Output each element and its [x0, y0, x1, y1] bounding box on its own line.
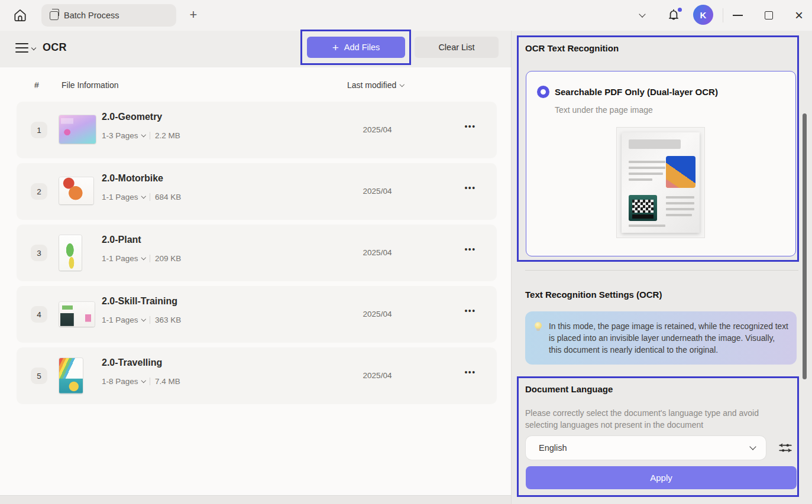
tab-batch-process[interactable]: Batch Process: [41, 4, 176, 27]
close-button[interactable]: ×: [789, 6, 809, 25]
section-title-language: Document Language: [525, 384, 613, 394]
file-size: 7.4 MB: [155, 377, 180, 386]
chevron-down-icon: [749, 443, 756, 450]
file-modified-date: 2025/04: [348, 371, 407, 380]
divider: [150, 132, 150, 139]
page-title: OCR: [43, 41, 67, 54]
document-preview-illustration: [617, 128, 704, 238]
file-name: 2.0-Travelling: [102, 357, 180, 368]
clear-list-label: Clear List: [438, 43, 474, 52]
file-name: 2.0-Geometry: [102, 112, 180, 122]
file-size: 209 KB: [155, 254, 181, 263]
sliders-icon: [778, 440, 793, 456]
row-index-badge: 2: [31, 183, 47, 200]
file-thumbnail: [59, 235, 82, 271]
file-row[interactable]: 3 2.0-Plant 1-1 Pages 209 KB 2025/04 •••: [17, 225, 497, 281]
more-options-button[interactable]: •••: [455, 183, 485, 193]
chevron-down-icon: [400, 82, 405, 87]
page-range-dropdown[interactable]: 1-8 Pages: [102, 377, 145, 386]
add-files-label: Add Files: [344, 43, 380, 52]
divider: [150, 193, 150, 201]
new-tab-button[interactable]: +: [186, 6, 201, 23]
page-range-dropdown[interactable]: 1-1 Pages: [102, 193, 145, 201]
file-row[interactable]: 5 2.0-Travelling 1-8 Pages 7.4 MB 2025/0…: [17, 347, 497, 404]
file-row[interactable]: 2 2.0-Motorbike 1-1 Pages 684 KB 2025/04…: [17, 163, 497, 220]
more-options-button[interactable]: •••: [455, 245, 485, 254]
file-size: 363 KB: [155, 316, 181, 324]
file-row[interactable]: 4 2.0-Skill-Training 1-1 Pages 363 KB 20…: [17, 286, 497, 343]
ocr-mode-description: Text under the page image: [555, 105, 653, 115]
chevron-down-icon: [141, 378, 145, 383]
divider: [723, 8, 723, 22]
doc-keyboard-block: [629, 195, 657, 221]
batch-process-icon: [50, 11, 59, 20]
chevron-down-icon: [141, 194, 145, 199]
divider: [150, 255, 150, 262]
clear-list-button[interactable]: Clear List: [415, 37, 499, 58]
chevron-down-icon[interactable]: [639, 11, 645, 17]
page-range-dropdown[interactable]: 1-3 Pages: [102, 131, 145, 140]
file-modified-date: 2025/04: [348, 310, 407, 318]
ocr-mode-label: Searchable PDF Only (Dual-layer OCR): [555, 87, 718, 97]
more-options-button[interactable]: •••: [455, 368, 485, 377]
row-index-badge: 5: [31, 368, 47, 384]
section-title-settings: Text Recognition Settings (OCR): [525, 290, 662, 300]
doc-photo-block: [666, 156, 695, 188]
column-last-modified-sort[interactable]: Last modified: [347, 80, 404, 90]
file-row[interactable]: 1 2.0-Geometry 1-3 Pages 2.2 MB 2025/04 …: [17, 102, 497, 158]
more-options-button[interactable]: •••: [455, 122, 485, 131]
minimize-button[interactable]: [727, 6, 748, 25]
file-thumbnail: [59, 177, 93, 204]
tab-label: Batch Process: [64, 11, 119, 20]
doc-title-block: [629, 139, 681, 149]
section-title-recognition: OCR Text Recognition: [525, 43, 619, 53]
notification-dot: [678, 8, 682, 12]
chevron-down-icon: [141, 317, 145, 321]
file-modified-date: 2025/04: [348, 187, 407, 196]
file-size: 684 KB: [155, 193, 181, 201]
info-text: In this mode, the page image is retained…: [549, 321, 789, 356]
file-thumbnail: [59, 358, 83, 394]
plus-icon: +: [332, 42, 339, 53]
file-name: 2.0-Skill-Training: [102, 296, 181, 307]
file-thumbnail: [59, 115, 96, 144]
file-size: 2.2 MB: [155, 131, 180, 140]
file-thumbnail: [59, 302, 95, 327]
maximize-icon: [765, 11, 773, 19]
maximize-button[interactable]: [759, 6, 779, 25]
apply-label: Apply: [650, 473, 672, 483]
apply-button[interactable]: Apply: [526, 466, 797, 489]
scrollbar-thumb[interactable]: [803, 113, 807, 379]
file-modified-date: 2025/04: [348, 125, 407, 134]
column-index: #: [34, 80, 39, 90]
divider: [525, 270, 798, 271]
list-header: # File Information Last modified: [0, 80, 511, 93]
row-index-badge: 1: [31, 122, 47, 138]
title-bar: Batch Process + K ×: [0, 0, 812, 31]
page-range-dropdown[interactable]: 1-1 Pages: [102, 254, 145, 263]
minimize-icon: [733, 15, 743, 16]
file-name: 2.0-Plant: [102, 235, 181, 245]
home-icon: [12, 8, 28, 23]
radio-selected-icon[interactable]: [537, 86, 549, 98]
menu-button[interactable]: [15, 43, 28, 53]
row-index-badge: 4: [31, 306, 47, 323]
document-page: [622, 132, 700, 233]
chevron-down-icon: [141, 255, 145, 260]
add-files-button[interactable]: + Add Files: [307, 37, 405, 58]
notifications-button[interactable]: [666, 7, 682, 24]
language-dropdown[interactable]: English: [526, 436, 766, 460]
home-button[interactable]: [11, 6, 30, 24]
column-file-information: File Information: [62, 80, 118, 90]
avatar[interactable]: K: [693, 5, 713, 25]
page-range-dropdown[interactable]: 1-1 Pages: [102, 316, 145, 324]
file-name: 2.0-Motorbike: [102, 173, 181, 184]
chevron-down-icon: [141, 132, 145, 137]
lightbulb-icon: [535, 322, 542, 329]
advanced-settings-button[interactable]: [777, 440, 794, 456]
close-icon: ×: [795, 8, 803, 22]
more-options-button[interactable]: •••: [455, 306, 485, 316]
divider: [150, 316, 150, 324]
language-description: Please correctly select the document's l…: [525, 407, 792, 431]
divider: [150, 378, 150, 385]
